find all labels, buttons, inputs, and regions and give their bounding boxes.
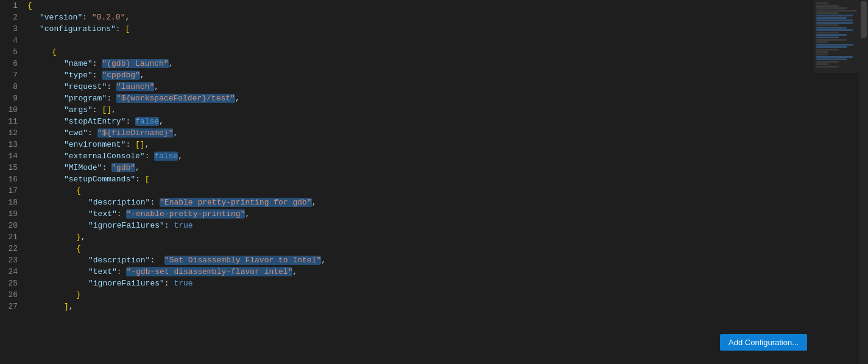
token: [ bbox=[145, 175, 150, 184]
code-line: 12"cwd": "${fileDirname}", bbox=[0, 127, 868, 139]
token: true bbox=[174, 279, 192, 288]
line-number: 20 bbox=[0, 220, 27, 231]
line-content: "type": "cppdbg", bbox=[27, 69, 868, 81]
add-configuration-button[interactable]: Add Configuration... bbox=[720, 334, 807, 351]
token: "gdb" bbox=[111, 163, 135, 172]
token: "program" bbox=[64, 94, 107, 103]
line-number: 18 bbox=[0, 197, 27, 208]
token: : bbox=[117, 209, 127, 219]
token: "request" bbox=[64, 82, 107, 91]
scrollbar-thumb[interactable] bbox=[861, 1, 867, 38]
token: { bbox=[76, 244, 81, 253]
token: , bbox=[135, 163, 140, 172]
token: ] bbox=[64, 302, 69, 311]
line-number: 7 bbox=[0, 69, 27, 81]
token: , bbox=[292, 267, 297, 276]
token: "${workspaceFolder}/test" bbox=[116, 94, 235, 103]
line-number: 9 bbox=[0, 93, 27, 104]
line-number: 2 bbox=[0, 12, 27, 23]
token: , bbox=[169, 59, 174, 68]
line-number: 27 bbox=[0, 301, 27, 312]
token: , bbox=[69, 302, 74, 311]
line-number: 19 bbox=[0, 208, 27, 220]
line-content: "text": "-gdb-set disassembly-flavor int… bbox=[27, 266, 868, 278]
token: , bbox=[140, 71, 145, 80]
token: "-gdb-set disassembly-flavor intel" bbox=[126, 267, 292, 276]
code-line: 24"text": "-gdb-set disassembly-flavor i… bbox=[0, 266, 868, 278]
code-line: 13"environment": [], bbox=[0, 139, 868, 150]
token: : bbox=[135, 175, 145, 184]
token: } bbox=[76, 290, 81, 299]
token: : bbox=[125, 117, 135, 126]
code-line: 6"name": "(gdb) Launch", bbox=[0, 58, 868, 69]
code-line: 11"stopAtEntry": false, bbox=[0, 116, 868, 127]
code-line: 8"request": "launch", bbox=[0, 81, 868, 93]
code-line: 21}, bbox=[0, 231, 868, 243]
line-content: { bbox=[27, 185, 868, 197]
line-number: 12 bbox=[0, 127, 27, 139]
line-content: "setupCommands": [ bbox=[27, 173, 868, 185]
token: { bbox=[76, 186, 81, 195]
token: : bbox=[93, 59, 102, 68]
line-content: "MIMode": "gdb", bbox=[27, 162, 868, 173]
line-number: 6 bbox=[0, 58, 27, 69]
token: , bbox=[125, 13, 130, 22]
code-area: 1{2"version": "0.2.0",3"configurations":… bbox=[0, 0, 868, 312]
line-number: 4 bbox=[0, 35, 27, 46]
line-content: "description": "Set Disassembly Flavor t… bbox=[27, 254, 868, 266]
line-number: 8 bbox=[0, 81, 27, 93]
token: "-enable-pretty-printing" bbox=[126, 209, 245, 219]
token: "MIMode" bbox=[64, 163, 102, 172]
code-line: 26} bbox=[0, 289, 868, 301]
code-line: 19"text": "-enable-pretty-printing", bbox=[0, 208, 868, 220]
line-content: "ignoreFailures": true bbox=[27, 278, 868, 289]
token: : bbox=[150, 198, 160, 207]
token: : bbox=[102, 163, 111, 172]
token: [] bbox=[102, 105, 111, 114]
code-line: 14"externalConsole": false, bbox=[0, 150, 868, 162]
editor-container: 1{2"version": "0.2.0",3"configurations":… bbox=[0, 0, 868, 364]
token: "0.2.0" bbox=[92, 13, 125, 22]
code-line: 10"args": [], bbox=[0, 104, 868, 116]
line-content: "text": "-enable-pretty-printing", bbox=[27, 208, 868, 220]
code-line: 16"setupCommands": [ bbox=[0, 173, 868, 185]
line-content: "environment": [], bbox=[27, 139, 868, 150]
token: "externalConsole" bbox=[64, 152, 145, 161]
token: , bbox=[235, 94, 240, 103]
scrollbar-track[interactable] bbox=[859, 0, 868, 364]
token: true bbox=[174, 221, 192, 230]
line-number: 15 bbox=[0, 162, 27, 173]
line-number: 21 bbox=[0, 231, 27, 243]
token: "args" bbox=[64, 105, 93, 114]
line-content: "stopAtEntry": false, bbox=[27, 116, 868, 127]
line-content: "ignoreFailures": true bbox=[27, 220, 868, 231]
line-number: 11 bbox=[0, 116, 27, 127]
token: : bbox=[107, 94, 116, 103]
line-number: 25 bbox=[0, 278, 27, 289]
token: : bbox=[164, 279, 174, 288]
code-line: 9"program": "${workspaceFolder}/test", bbox=[0, 93, 868, 104]
line-number: 22 bbox=[0, 243, 27, 254]
line-content: { bbox=[27, 243, 868, 254]
line-number: 17 bbox=[0, 185, 27, 197]
token: "environment" bbox=[64, 140, 125, 149]
token: "description" bbox=[88, 256, 150, 265]
line-content: "configurations": [ bbox=[27, 23, 868, 35]
line-content: }, bbox=[27, 231, 868, 243]
code-line: 22{ bbox=[0, 243, 868, 254]
token: , bbox=[173, 128, 178, 138]
line-content: } bbox=[27, 289, 868, 301]
token: [] bbox=[135, 140, 145, 149]
line-number: 26 bbox=[0, 289, 27, 301]
line-content: "version": "0.2.0", bbox=[27, 12, 868, 23]
line-number: 1 bbox=[0, 0, 27, 12]
token: , bbox=[245, 209, 250, 219]
code-line: 2"version": "0.2.0", bbox=[0, 12, 868, 23]
token: : bbox=[164, 221, 174, 230]
token: : bbox=[107, 82, 116, 91]
code-line: 15"MIMode": "gdb", bbox=[0, 162, 868, 173]
token: "Enable pretty-printing for gdb" bbox=[160, 198, 312, 207]
code-line: 23"description": "Set Disassembly Flavor… bbox=[0, 254, 868, 266]
token: "setupCommands" bbox=[64, 175, 135, 184]
line-number: 13 bbox=[0, 139, 27, 150]
